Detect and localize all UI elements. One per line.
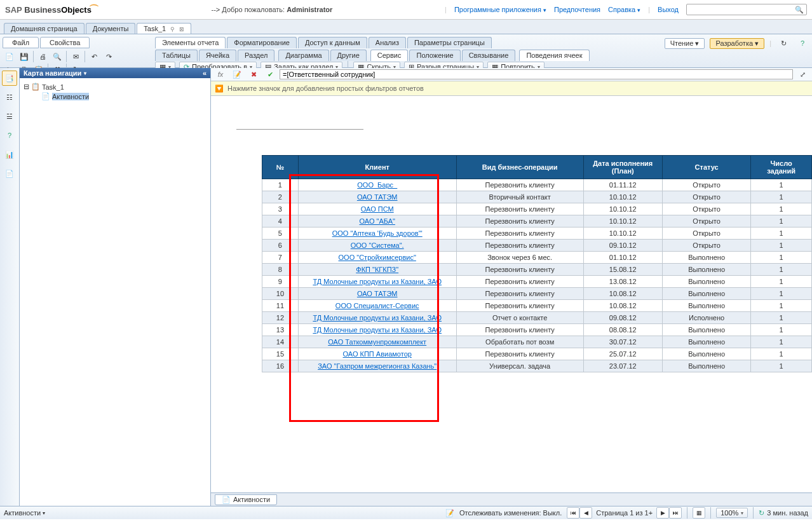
table-row[interactable]: 10ОАО ТАТЭМПерезвонить клиенту10.08.12Вы…	[262, 288, 812, 300]
cell-client[interactable]: ТД Молочные продукты из Казани, ЗАО	[298, 276, 456, 288]
cell-client[interactable]: ООО_Барс_	[298, 179, 456, 191]
cell-date[interactable]: 09.10.12	[583, 240, 662, 252]
file-tab[interactable]: Файл	[3, 37, 39, 48]
client-link[interactable]: ТД Молочные продукты из Казани, ЗАО	[313, 278, 442, 285]
cell-date[interactable]: 01.11.12	[583, 179, 662, 191]
collapse-icon[interactable]: ⊟	[24, 83, 29, 91]
redo-icon[interactable]: ↷	[102, 50, 116, 63]
cell-status[interactable]: Открыто	[662, 228, 750, 240]
cell-date[interactable]: 01.10.12	[583, 252, 662, 264]
th-status[interactable]: Статус	[662, 156, 750, 179]
dev-mode-button[interactable]: Разработка ▾	[710, 38, 764, 49]
subtab-elements[interactable]: Элементы отчета	[155, 37, 226, 48]
cell-count[interactable]: 1	[751, 312, 812, 324]
cell-count[interactable]: 1	[751, 240, 812, 252]
group-linking[interactable]: Связывание	[462, 50, 516, 61]
cell-operation[interactable]: Перезвонить клиенту	[456, 215, 583, 228]
cell-count[interactable]: 1	[751, 336, 812, 348]
cell-client[interactable]: ООО "Стройхимсервис"	[298, 252, 456, 264]
client-link[interactable]: ОАО ТАТЭМ	[357, 290, 398, 297]
cell-client[interactable]: ОАО КПП Авиамотор	[298, 348, 456, 360]
group-service[interactable]: Сервис	[370, 50, 409, 61]
cell-date[interactable]: 09.08.12	[583, 312, 662, 324]
help-link[interactable]: Справка	[608, 6, 640, 13]
group-tables[interactable]: Таблицы	[155, 50, 198, 61]
page-next-button[interactable]: ▶	[656, 507, 669, 519]
cell-operation[interactable]: Перезвонить клиенту	[456, 324, 583, 336]
client-link[interactable]: ОАО ТАТЭМ	[357, 193, 398, 201]
doc-icon[interactable]: 📄	[2, 166, 17, 181]
client-link[interactable]: ОАО КПП Авиамотор	[343, 350, 412, 358]
cell-date[interactable]: 10.10.12	[583, 215, 662, 228]
cell-date[interactable]: 08.08.12	[583, 324, 662, 336]
table-row[interactable]: 3ОАО ПСМПерезвонить клиенту10.10.12Откры…	[262, 203, 812, 215]
th-operation[interactable]: Вид бизнес-операции	[456, 156, 583, 179]
cell-client[interactable]: ЗАО "Газпром межрегионгаз Казань"	[298, 360, 456, 372]
page-last-button[interactable]: ⏭	[669, 507, 682, 519]
save-icon[interactable]: 💾	[17, 50, 31, 63]
chart-icon[interactable]: 📊	[2, 147, 17, 162]
cell-count[interactable]: 1	[751, 288, 812, 300]
cell-count[interactable]: 1	[751, 300, 812, 312]
table-row[interactable]: 14ОАО ТаткоммунпромкомплектОбработать по…	[262, 336, 812, 348]
table-row[interactable]: 6ООО "Система".Перезвонить клиенту09.10.…	[262, 240, 812, 252]
zoom-d					dropdown[interactable]: 100%	[716, 508, 748, 518]
cell-num[interactable]: 11	[262, 300, 299, 312]
client-link[interactable]: ТД Молочные продукты из Казани, ЗАО	[313, 314, 442, 322]
client-link[interactable]: ООО "Система".	[351, 241, 404, 249]
cell-count[interactable]: 1	[751, 215, 812, 228]
client-link[interactable]: ООО "Аптека 'Будь здоров'"	[332, 229, 423, 237]
table-row[interactable]: 13ТД Молочные продукты из Казани, ЗАОПер…	[262, 324, 812, 336]
cell-client[interactable]: ОАО ПСМ	[298, 203, 456, 215]
tab-pin-icon[interactable]: ⚲	[170, 26, 175, 32]
group-other[interactable]: Другие	[330, 50, 367, 61]
cell-operation[interactable]: Перезвонить клиенту	[456, 288, 583, 300]
client-link[interactable]: ООО_Барс_	[357, 181, 397, 189]
cell-operation[interactable]: Обработать пот возм	[456, 336, 583, 348]
group-section[interactable]: Раздел	[238, 50, 274, 61]
cell-num[interactable]: 15	[262, 348, 299, 360]
cell-num[interactable]: 10	[262, 288, 299, 300]
refresh-all-icon[interactable]: ↻	[776, 37, 790, 50]
cell-count[interactable]: 1	[751, 228, 812, 240]
cell-status[interactable]: Открыто	[662, 215, 750, 228]
client-link[interactable]: ООО "Стройхимсервис"	[339, 254, 416, 261]
cell-client[interactable]: ОАО ТАТЭМ	[298, 288, 456, 300]
client-link[interactable]: ОАО ПСМ	[361, 205, 394, 213]
subtab-data-access[interactable]: Доступ к данным	[298, 37, 367, 48]
cell-date[interactable]: 30.07.12	[583, 336, 662, 348]
table-row[interactable]: 5ООО "Аптека 'Будь здоров'"Перезвонить к…	[262, 228, 812, 240]
cell-client[interactable]: ООО "Система".	[298, 240, 456, 252]
subtab-page-params[interactable]: Параметры страницы	[407, 37, 492, 48]
cell-date[interactable]: 25.07.12	[583, 348, 662, 360]
cell-client[interactable]: ОАО Таткоммунпромкомплект	[298, 336, 456, 348]
structure-icon[interactable]: ☷	[2, 90, 17, 105]
table-row[interactable]: 11ООО Специалист-СервисПерезвонить клиен…	[262, 300, 812, 312]
table-row[interactable]: 4ОАО "АБА"Перезвонить клиенту10.10.12Отк…	[262, 215, 812, 228]
track-changes-icon[interactable]: 📝	[445, 509, 454, 517]
cell-status[interactable]: Выполнено	[662, 252, 750, 264]
tree-root[interactable]: ⊟ 📋 Task_1	[24, 82, 206, 92]
track-changes-label[interactable]: Отслеживать изменения: Выкл.	[459, 509, 562, 517]
cell-client[interactable]: ОАО ТАТЭМ	[298, 191, 456, 203]
mail-icon[interactable]: ✉	[69, 50, 83, 63]
cell-client[interactable]: ООО Специалист-Сервис	[298, 300, 456, 312]
th-date[interactable]: Дата исполнения (План)	[583, 156, 662, 179]
cell-client[interactable]: ОАО "АБА"	[298, 215, 456, 228]
cell-client[interactable]: ТД Молочные продукты из Казани, ЗАО	[298, 324, 456, 336]
cell-status[interactable]: Открыто	[662, 191, 750, 203]
new-icon[interactable]: 📄	[3, 50, 17, 63]
cell-status[interactable]: Исполнено	[662, 312, 750, 324]
th-num[interactable]: №	[262, 156, 299, 179]
cell-operation[interactable]: Перезвонить клиенту	[456, 203, 583, 215]
cell-count[interactable]: 1	[751, 360, 812, 372]
cell-date[interactable]: 10.10.12	[583, 191, 662, 203]
apps-link[interactable]: Программные приложения	[454, 6, 546, 13]
filters-icon[interactable]: ☱	[2, 109, 17, 124]
th-client[interactable]: Клиент	[298, 156, 456, 179]
cell-status[interactable]: Выполнено	[662, 360, 750, 372]
refresh-status-icon[interactable]: ↻	[759, 509, 764, 517]
cell-status[interactable]: Выполнено	[662, 276, 750, 288]
group-position[interactable]: Положение	[409, 50, 460, 61]
cell-count[interactable]: 1	[751, 276, 812, 288]
